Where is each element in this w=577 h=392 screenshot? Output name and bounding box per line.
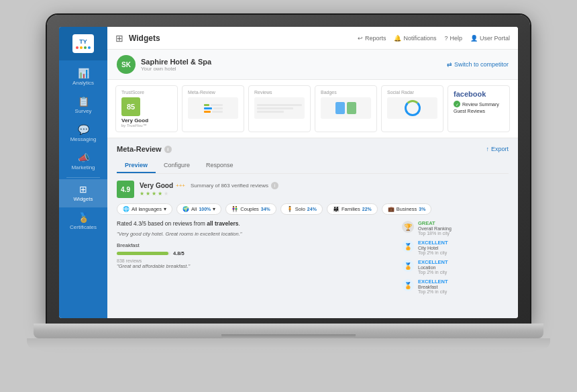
top-bar-actions: ↩ Reports 🔔 Notifications ? Help 👤	[358, 35, 510, 42]
switch-competitor-button[interactable]: ⇄ Switch to competitor	[447, 61, 509, 68]
marketing-icon: 📣	[78, 153, 89, 162]
trophy-icon-location: 🏅	[401, 259, 415, 273]
metareview-widget[interactable]: Meta-Review	[182, 85, 244, 132]
tab-response[interactable]: Response	[198, 158, 242, 173]
breakfast-reviews-count: 838 reviews	[117, 258, 393, 263]
meta-review-title: Meta-Review	[117, 145, 162, 153]
laptop-bottom	[27, 338, 550, 349]
check-icon-1: ✓	[454, 101, 460, 107]
social-radar-widget[interactable]: Social Radar	[381, 85, 443, 132]
summary-info-icon: i	[271, 182, 278, 189]
logo-text: TY	[79, 39, 87, 45]
review-quote: "Very good city hotel. Great rooms in ex…	[117, 231, 393, 237]
notifications-action[interactable]: 🔔 Notifications	[394, 35, 436, 42]
filter-all-languages[interactable]: 🌐 All languages ▾	[117, 203, 172, 215]
globe-icon: 🌐	[123, 206, 129, 212]
hotel-subtitle: Your own hotel	[141, 66, 211, 72]
section-title: Meta-Review i	[117, 145, 172, 153]
metareview-label: Meta-Review	[188, 90, 238, 95]
section-header: Meta-Review i ↑ Export	[117, 145, 509, 153]
facebook-guest-reviews: Guest Reviews	[454, 109, 485, 113]
tab-preview[interactable]: Preview	[117, 158, 156, 173]
hotel-details: Saphire Hotel & Spa Your own hotel	[141, 58, 211, 72]
sidebar-item-widgets[interactable]: ⊞ Widgets	[59, 179, 107, 207]
filter-families[interactable]: 👨‍👩‍👧 Families 22%	[327, 203, 378, 215]
filter-solo-label: Solo	[295, 206, 305, 212]
filter-all-languages-label: All languages	[132, 206, 162, 212]
info-icon: i	[164, 146, 172, 153]
help-action[interactable]: ? Help	[444, 35, 462, 42]
user-icon: 👤	[470, 35, 478, 42]
trustscore-sub: by TrustYou™	[121, 124, 172, 128]
filter-couples-pct: 34%	[261, 207, 270, 211]
families-icon: 👨‍👩‍👧	[333, 206, 339, 212]
hotel-info: SK Saphire Hotel & Spa Your own hotel	[117, 55, 211, 74]
messaging-icon: 💬	[78, 125, 89, 134]
tab-configure[interactable]: Configure	[156, 158, 198, 173]
social-radar-label: Social Radar	[387, 90, 437, 95]
sidebar-item-label-analytics: Analytics	[72, 80, 94, 86]
filter-couples[interactable]: 👫 Couples 34%	[225, 203, 276, 215]
reports-icon: ↩	[358, 35, 363, 42]
ranking-label-excellent-location: EXCELLENT	[418, 259, 448, 265]
couples-icon: 👫	[231, 206, 238, 212]
breakfast-section: Breakfast 4.8/5 838 reviews "Great and a…	[117, 242, 393, 269]
user-portal-label: User Portal	[480, 35, 510, 42]
filter-all[interactable]: 🌍 All 100% ▾	[176, 203, 221, 215]
sidebar-item-certificates[interactable]: 🏅 Certificates	[59, 207, 107, 236]
reports-label: Reports	[365, 35, 386, 42]
ranking-label-great: GREAT	[418, 220, 452, 226]
score-qualifier: +++	[176, 183, 185, 189]
tabs: Preview Configure Response	[117, 158, 509, 174]
bell-icon: 🔔	[394, 35, 401, 42]
sidebar-item-marketing[interactable]: 📣 Marketing	[59, 148, 107, 176]
svg-text:🏅: 🏅	[404, 281, 413, 290]
analytics-icon: 📊	[78, 68, 89, 78]
ranking-text-city: EXCELLENT City Hotel Top 2% in city	[418, 240, 448, 255]
filter-couples-label: Couples	[240, 206, 259, 212]
avatar: SK	[117, 55, 136, 74]
trophy-icon-overall: 🏆	[401, 220, 415, 234]
score-title-row: Very Good +++ Summary of 863 verified re…	[140, 182, 509, 189]
svg-text:🏅: 🏅	[404, 242, 413, 251]
trustscore-label: TrustScore	[121, 90, 172, 95]
facebook-guest-reviews-row: Guest Reviews	[454, 109, 504, 113]
review-text-main: Rated 4.3/5 based on reviews from all tr…	[117, 220, 393, 228]
help-icon: ?	[444, 35, 448, 42]
logo-dot-2	[80, 46, 83, 49]
filter-business[interactable]: 💼 Business 3%	[382, 203, 432, 215]
facebook-widget[interactable]: facebook ✓ Review Summary Guest Reviews	[448, 85, 510, 132]
screen-bezel: TY 📊 Analytics 📋 Survey	[47, 15, 530, 324]
svg-text:🏆: 🏆	[404, 223, 413, 232]
sidebar-item-analytics[interactable]: 📊 Analytics	[59, 63, 107, 91]
export-button[interactable]: ↑ Export	[486, 146, 509, 152]
ranking-breakfast-title: Breakfast	[418, 285, 448, 289]
sidebar-item-label-survey: Survey	[75, 108, 92, 114]
summary-label: Summary of 863 verified reviews	[191, 183, 268, 189]
ranking-city-sub: Top 2% in city	[418, 250, 448, 255]
reviews-widget[interactable]: Reviews	[248, 85, 311, 132]
trustscore-widget[interactable]: TrustScore 85 Very Good by TrustYou™	[115, 85, 178, 132]
badges-widget[interactable]: Badges	[315, 85, 377, 132]
earth-icon: 🌍	[182, 206, 189, 212]
sidebar-item-messaging[interactable]: 💬 Messaging	[59, 119, 107, 148]
filter-all-pct: 100%	[199, 207, 211, 211]
reports-action[interactable]: ↩ Reports	[358, 35, 386, 42]
hotel-header: SK Saphire Hotel & Spa Your own hotel ⇄ …	[107, 50, 518, 80]
filter-solo[interactable]: 🧍 Solo 24%	[280, 203, 323, 215]
help-label: Help	[450, 35, 462, 42]
facebook-review-summary-row: ✓ Review Summary	[454, 101, 504, 107]
star-4: ★	[158, 191, 162, 197]
breakfast-bar-inner	[117, 252, 168, 255]
solo-icon: 🧍	[286, 206, 293, 212]
logo-dot-1	[76, 46, 78, 49]
sidebar-item-survey[interactable]: 📋 Survey	[59, 91, 107, 119]
export-arrow-icon: ↑	[486, 146, 489, 152]
certificates-icon: 🏅	[78, 213, 89, 222]
widgets-row: TrustScore 85 Very Good by TrustYou™ Met…	[107, 80, 518, 138]
filter-solo-pct: 24%	[307, 207, 317, 211]
trophy-icon-breakfast: 🏅	[401, 279, 415, 292]
metareview-preview	[188, 97, 238, 119]
screen: TY 📊 Analytics 📋 Survey	[59, 27, 518, 318]
user-portal-action[interactable]: 👤 User Portal	[470, 35, 510, 42]
